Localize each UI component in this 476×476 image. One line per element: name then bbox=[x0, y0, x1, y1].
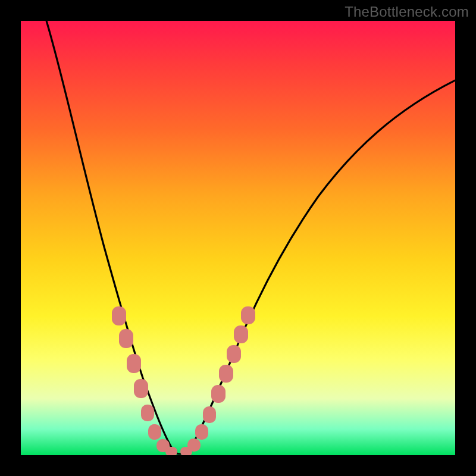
svg-rect-4 bbox=[141, 405, 154, 421]
svg-rect-5 bbox=[148, 424, 161, 440]
watermark-text: TheBottleneck.com bbox=[345, 4, 469, 20]
svg-rect-1 bbox=[119, 329, 133, 348]
svg-rect-0 bbox=[112, 306, 126, 325]
svg-rect-16 bbox=[241, 306, 255, 324]
bottleneck-curve-svg bbox=[21, 21, 455, 455]
chart-plot-area bbox=[21, 21, 455, 455]
svg-rect-2 bbox=[127, 354, 141, 373]
svg-rect-10 bbox=[195, 424, 208, 440]
bottleneck-curve bbox=[46, 21, 455, 454]
svg-rect-3 bbox=[134, 379, 148, 398]
svg-rect-12 bbox=[211, 385, 226, 403]
svg-rect-15 bbox=[234, 325, 248, 343]
svg-rect-13 bbox=[219, 365, 233, 383]
svg-rect-9 bbox=[187, 439, 201, 452]
svg-rect-7 bbox=[165, 447, 177, 455]
curve-beads bbox=[112, 306, 255, 455]
svg-rect-14 bbox=[227, 345, 241, 363]
svg-rect-11 bbox=[203, 406, 216, 423]
chart-frame: TheBottleneck.com bbox=[0, 0, 476, 476]
